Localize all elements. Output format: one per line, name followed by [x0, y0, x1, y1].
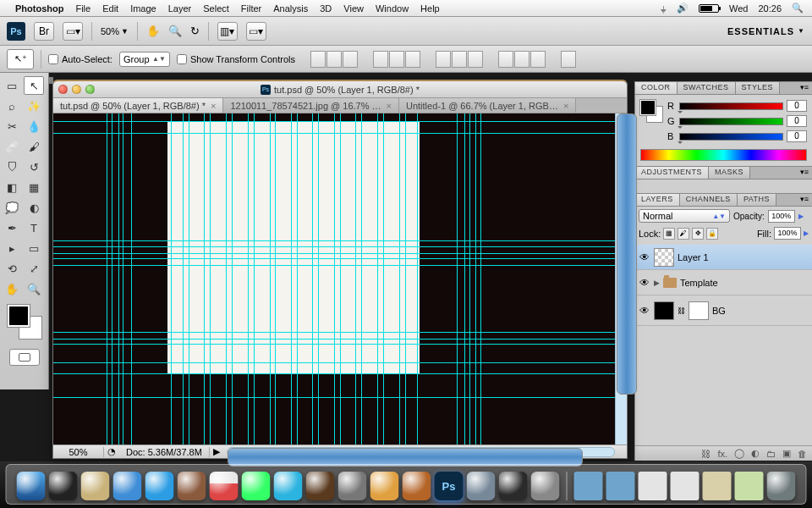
dock-iphoto[interactable] [306, 472, 335, 500]
vertical-scrollbar[interactable] [615, 113, 627, 444]
zoom-level-select[interactable]: 50%▼ [101, 26, 129, 36]
close-tab-icon[interactable]: × [563, 101, 568, 111]
delete-layer-icon[interactable]: 🗑 [798, 449, 807, 459]
folder-disclosure-icon[interactable]: ▶ [654, 279, 660, 287]
dock-garageband[interactable] [403, 472, 431, 500]
g-slider[interactable] [679, 118, 783, 125]
align-top-button[interactable] [310, 51, 326, 68]
move-tool[interactable]: ↖ [24, 76, 44, 95]
menu-view[interactable]: View [343, 3, 364, 14]
hand-tool-icon[interactable]: ✋ [146, 25, 160, 37]
3d-camera-tool[interactable]: ⤢ [24, 259, 44, 278]
panel-menu-icon[interactable]: ▾≡ [797, 167, 812, 179]
battery-icon[interactable] [699, 4, 719, 13]
auto-align-button[interactable] [561, 51, 576, 68]
workspace-switcher[interactable]: ESSENTIALS▼ [727, 26, 805, 36]
document-tab[interactable]: Untitled-1 @ 66.7% (Layer 1, RGB…× [399, 98, 576, 113]
g-value[interactable]: 0 [787, 115, 807, 127]
lock-transparent-icon[interactable]: ▦ [663, 228, 675, 240]
zoom-tool[interactable]: 🔍 [24, 279, 44, 298]
status-menu-arrow-icon[interactable]: ▶ [210, 446, 223, 457]
layer-name[interactable]: BG [712, 306, 726, 316]
dodge-tool[interactable]: ◐ [24, 198, 44, 217]
screen-mode-button[interactable]: ▭▾ [63, 22, 83, 41]
layer-mask-icon[interactable]: ◯ [734, 448, 744, 459]
arrange-documents-button[interactable]: ▥▾ [217, 22, 238, 41]
r-slider[interactable] [679, 102, 783, 110]
zoom-tool-icon[interactable]: 🔍 [168, 25, 182, 37]
dock-addressbook[interactable] [178, 472, 206, 500]
dock-mail[interactable] [81, 472, 110, 500]
crop-tool[interactable]: ✂ [2, 117, 22, 135]
dock-app[interactable] [467, 472, 496, 500]
menu-window[interactable]: Window [376, 3, 409, 14]
lock-image-icon[interactable]: 🖌 [678, 228, 689, 240]
lock-all-icon[interactable]: 🔒 [706, 228, 718, 240]
dock-folder[interactable] [606, 472, 635, 500]
clone-stamp-tool[interactable]: ⛉ [2, 157, 22, 176]
panel-tab-channels[interactable]: CHANNELS [680, 194, 738, 206]
layer-row[interactable]: 👁 Layer 1 [635, 245, 812, 270]
rotate-view-icon[interactable]: ↻ [190, 25, 200, 37]
dock-idvd[interactable] [370, 472, 399, 500]
link-layers-icon[interactable]: ⛓ [701, 449, 710, 459]
layer-name[interactable]: Template [680, 278, 718, 288]
menu-3d[interactable]: 3D [320, 3, 332, 14]
b-value[interactable]: 0 [787, 130, 807, 142]
history-brush-tool[interactable]: ↺ [24, 157, 44, 176]
menu-layer[interactable]: Layer [168, 3, 192, 14]
dock-stack[interactable] [703, 472, 732, 500]
menu-help[interactable]: Help [420, 3, 440, 14]
opacity-value[interactable]: 100% [768, 210, 795, 223]
marquee-tool[interactable]: ▭ [2, 76, 22, 95]
panel-tab-swatches[interactable]: SWATCHES [678, 82, 736, 94]
shape-tool[interactable]: ▭ [24, 239, 44, 257]
3d-tool[interactable]: ⟲ [2, 259, 22, 278]
blur-tool[interactable]: 💭 [2, 198, 22, 217]
menu-image[interactable]: Image [130, 3, 156, 14]
close-tab-icon[interactable]: × [211, 101, 216, 111]
layer-row[interactable]: 👁 ▶ Template [635, 270, 812, 295]
wifi-icon[interactable]: ⏚ [661, 3, 667, 14]
quick-mask-toggle[interactable] [9, 349, 40, 366]
photoshop-icon[interactable]: Ps [7, 22, 25, 41]
magic-wand-tool[interactable]: ✨ [24, 97, 44, 115]
gradient-tool[interactable]: ▦ [24, 178, 44, 196]
color-spectrum[interactable] [640, 149, 807, 161]
layer-thumbnail[interactable] [654, 248, 674, 267]
close-tab-icon[interactable]: × [387, 101, 392, 111]
panel-tab-layers[interactable]: LAYERS [635, 194, 680, 206]
color-swatches[interactable] [8, 305, 41, 339]
menu-analysis[interactable]: Analysis [273, 3, 308, 14]
panel-tab-styles[interactable]: STYLES [736, 82, 781, 94]
status-doc-info[interactable]: Doc: 5.36M/37.8M [119, 447, 210, 457]
window-close-button[interactable] [58, 85, 68, 94]
panel-menu-icon[interactable]: ▾≡ [797, 194, 812, 206]
panel-tab-masks[interactable]: MASKS [709, 167, 750, 179]
panel-menu-icon[interactable]: ▾≡ [797, 82, 812, 94]
r-value[interactable]: 0 [787, 100, 807, 112]
eraser-tool[interactable]: ◧ [2, 178, 22, 196]
move-tool-preset[interactable]: ↖⁺ [7, 49, 34, 69]
mask-link-icon[interactable]: ⛓ [678, 306, 685, 315]
visibility-toggle-icon[interactable]: 👁 [639, 277, 650, 289]
dock-finder[interactable] [17, 472, 46, 500]
brush-tool[interactable]: 🖌 [24, 137, 44, 156]
path-selection-tool[interactable]: ▸ [2, 239, 22, 257]
new-group-icon[interactable]: 🗀 [766, 449, 776, 459]
dock-dashboard[interactable] [49, 472, 78, 500]
dock-app[interactable] [499, 472, 528, 500]
panel-tab-adjustments[interactable]: ADJUSTMENTS [635, 167, 709, 179]
status-menu-icon[interactable]: ◔ [104, 446, 119, 457]
screen-mode-button-2[interactable]: ▭▾ [246, 22, 266, 41]
panel-tab-paths[interactable]: PATHS [738, 194, 776, 206]
layer-style-icon[interactable]: fx. [717, 449, 727, 459]
dock-stack[interactable] [639, 472, 667, 500]
adjustment-layer-icon[interactable]: ◐ [751, 448, 760, 459]
volume-icon[interactable]: 🔊 [677, 3, 689, 14]
dock-safari[interactable] [113, 472, 142, 500]
dock-trash[interactable] [767, 472, 796, 500]
window-zoom-button[interactable] [85, 85, 95, 94]
healing-brush-tool[interactable]: 🩹 [2, 137, 22, 156]
dock-imovie[interactable] [338, 472, 367, 500]
